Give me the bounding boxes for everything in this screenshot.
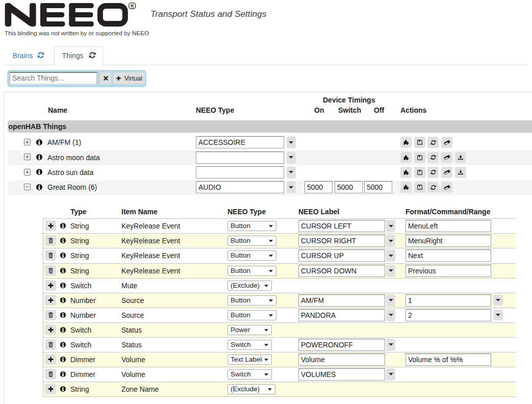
svg-text:R: R bbox=[131, 4, 134, 9]
